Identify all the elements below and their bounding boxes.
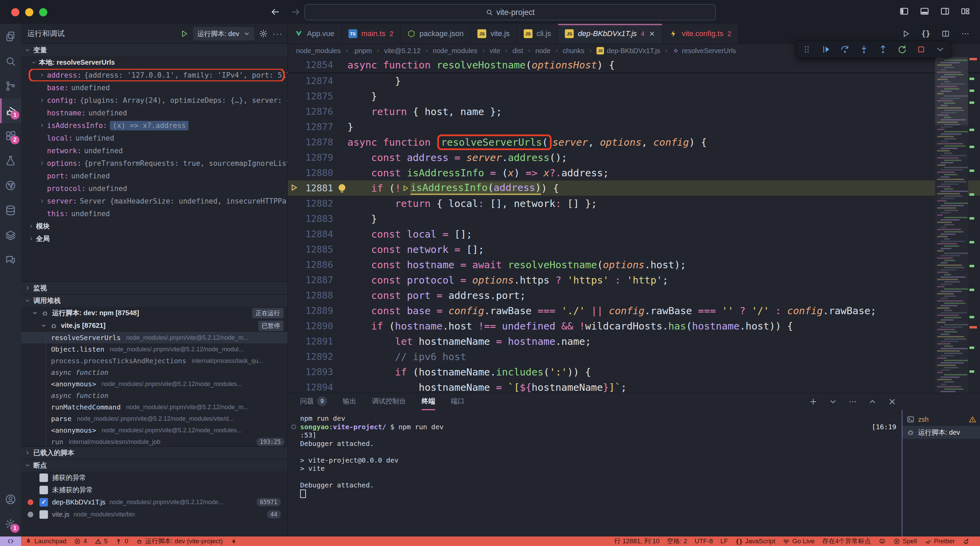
zoom-window-button[interactable] (39, 8, 47, 16)
breakpoint-checkbox[interactable] (40, 510, 48, 519)
plus-icon[interactable] (809, 397, 818, 406)
stack-frame-row[interactable]: <anonymous>node_modules/.pnpm/vite@5.2.1… (21, 378, 288, 390)
variable-row[interactable]: hostname:undefined (21, 107, 288, 119)
debug-continue-icon[interactable] (821, 44, 831, 54)
section-header-watch[interactable]: 监视 (21, 282, 288, 294)
breakpoint-row[interactable]: ✓dep-BKbDVx1T.jsnode_modules/.pnpm/vite@… (21, 496, 288, 508)
stack-frame-row[interactable]: Object.listennode_modules/.pnpm/vite@5.2… (21, 344, 288, 355)
chev-down-icon[interactable] (829, 397, 837, 406)
breakpoint-row[interactable]: vite.jsnode_modules/vite/bin44 (21, 508, 288, 521)
panel-tab-问题[interactable]: 问题9 (300, 393, 327, 410)
status-5[interactable]: 5 (91, 538, 111, 545)
activity-layers[interactable] (0, 223, 21, 247)
stack-frame-row[interactable]: parsenode_modules/.pnpm/vite@5.2.12/node… (21, 413, 288, 425)
code-line-12874[interactable]: 12874 } (288, 73, 980, 89)
breadcrumb-item[interactable]: node_modules (433, 47, 477, 55)
status-4[interactable]: 4 (70, 538, 91, 545)
line-number[interactable]: 12892 (288, 349, 347, 364)
section-header-call-stack[interactable]: 调用堆栈 (21, 294, 288, 307)
variable-row[interactable]: base:undefined (21, 81, 288, 94)
tab-main.ts[interactable]: TSmain.ts2 (342, 24, 401, 44)
tab-dep-BKbDVx1T.js[interactable]: JSdep-BKbDVx1T.js4 (558, 24, 662, 44)
status-空格: 2[interactable]: 空格: 2 (663, 537, 691, 546)
variable-row[interactable]: protocol:undefined (21, 182, 288, 195)
activity-extensions[interactable]: 2 (0, 123, 21, 148)
minimize-window-button[interactable] (25, 8, 33, 16)
status-Launchpad[interactable]: Launchpad (21, 538, 70, 545)
breadcrumb-item[interactable]: vite (490, 47, 500, 55)
line-number[interactable]: 12884 (288, 226, 347, 242)
debug-stop-icon[interactable] (916, 44, 926, 54)
code-line-12879[interactable]: 12879 const address = server.address(); (288, 150, 980, 165)
line-number[interactable]: 12889 (288, 303, 347, 318)
more-actions-icon[interactable]: ··· (272, 29, 283, 38)
code-line-12884[interactable]: 12884 const local = []; (288, 226, 980, 242)
line-number[interactable]: 12876 (288, 104, 347, 119)
line-number[interactable]: 12888 (288, 288, 347, 303)
tab-cli.js[interactable]: JScli.js (517, 24, 558, 44)
remote-indicator[interactable] (0, 536, 21, 546)
line-number[interactable]: 12882 (288, 196, 347, 211)
status-LF[interactable]: LF (717, 538, 732, 545)
panel-tab-端口[interactable]: 端口 (451, 393, 465, 410)
status-运行脚本: dev (vite-project)[interactable]: 运行脚本: dev (vite-project) (132, 537, 227, 546)
status-UTF-8[interactable]: UTF-8 (691, 538, 717, 545)
debug-chev-down-icon[interactable] (935, 44, 945, 54)
code-line-12883[interactable]: 12883 } (288, 211, 980, 226)
debug-step-out-icon[interactable] (878, 44, 888, 54)
breadcrumb-item[interactable]: dist (512, 47, 523, 55)
gear-icon[interactable] (259, 29, 268, 38)
code-line-12891[interactable]: 12891 let hostnameName = hostname.name; (288, 334, 980, 349)
callstack-session-row[interactable]: 运行脚本: dev: npm [87548]正在运行 (21, 307, 288, 319)
code-line-12875[interactable]: 12875 } (288, 89, 980, 104)
back-icon[interactable] (270, 6, 282, 18)
section-header-variables[interactable]: 变量 (21, 44, 288, 56)
close-icon[interactable] (888, 397, 897, 406)
status-Prettier[interactable]: Prettier (921, 538, 959, 545)
braces-icon[interactable]: {} (921, 29, 930, 38)
panel-tab-输出[interactable]: 输出 (343, 393, 356, 410)
line-number[interactable]: 12877 (288, 119, 347, 134)
activity-database[interactable] (0, 198, 21, 223)
stack-frame-row[interactable]: async function (21, 390, 288, 401)
debug-step-into-icon[interactable] (859, 44, 869, 54)
code-line-12881[interactable]: 12881 if (!isAddressInfo(address)) { (288, 180, 980, 196)
status-存在4个异常标点[interactable]: 存在4个异常标点 (818, 537, 875, 546)
breadcrumb-item[interactable]: resolveServerUrls (672, 47, 736, 55)
debug-config-dropdown[interactable]: 运行脚本: dev (193, 27, 254, 40)
minimap[interactable] (935, 57, 968, 394)
stack-frame-row[interactable]: resolveServerUrlsnode_modules/.pnpm/vite… (21, 332, 288, 344)
stack-frame-row[interactable]: runinternal/modules/esm/module_job193:25 (21, 436, 288, 446)
terminal-list-item-zsh[interactable]: zsh (902, 413, 980, 426)
code-editor[interactable]: 12854async function resolveHostname(opti… (288, 57, 980, 394)
code-line-12876[interactable]: 12876 return { host, name }; (288, 104, 980, 119)
line-number[interactable]: 12880 (288, 165, 347, 180)
variable-group-row[interactable]: 全局 (21, 232, 288, 245)
layout-left-icon[interactable] (899, 6, 909, 16)
minimap-viewport[interactable] (935, 57, 968, 125)
variable-row[interactable]: options:{preTransformRequests: true, sou… (21, 157, 288, 170)
tab-vite.config.ts[interactable]: vite.config.ts2 (662, 24, 738, 44)
line-number[interactable]: 12883 (288, 211, 347, 226)
split-icon[interactable] (941, 29, 950, 38)
code-line-12887[interactable]: 12887 const protocol = options.https ? '… (288, 272, 980, 288)
layout-panel-icon[interactable] (920, 6, 930, 16)
line-number[interactable]: 12874 (288, 73, 347, 89)
variable-row[interactable]: this:undefined (21, 207, 288, 220)
variable-row[interactable]: config:{plugins: Array(24), optimizeDeps… (21, 94, 288, 107)
status-lightning[interactable] (227, 538, 241, 545)
layout-grid-icon[interactable] (960, 6, 970, 16)
variable-row[interactable]: isAddressInfo:(x) => x?.address (21, 119, 288, 132)
terminal-output[interactable]: npm run devsongyao:vite-project/ $ npm r… (288, 410, 902, 536)
status-Go Live[interactable]: Go Live (779, 538, 818, 545)
line-number[interactable]: 12879 (288, 150, 347, 165)
line-number[interactable]: 12887 (288, 272, 347, 288)
variable-row[interactable]: server:Server {maxHeaderSize: undefined,… (21, 195, 288, 207)
code-line-12888[interactable]: 12888 const port = address.port; (288, 288, 980, 303)
command-decoration-icon[interactable] (291, 425, 296, 429)
panel-tab-调试控制台[interactable]: 调试控制台 (372, 393, 406, 410)
stack-frame-row[interactable]: runMatchedCommandnode_modules/.pnpm/vite… (21, 401, 288, 413)
activity-run-debug[interactable]: 1 (0, 99, 21, 123)
variable-scope-row[interactable]: 本地: resolveServerUrls (21, 56, 288, 69)
callstack-thread-row[interactable]: vite.js [87621]已暂停 (21, 319, 288, 332)
